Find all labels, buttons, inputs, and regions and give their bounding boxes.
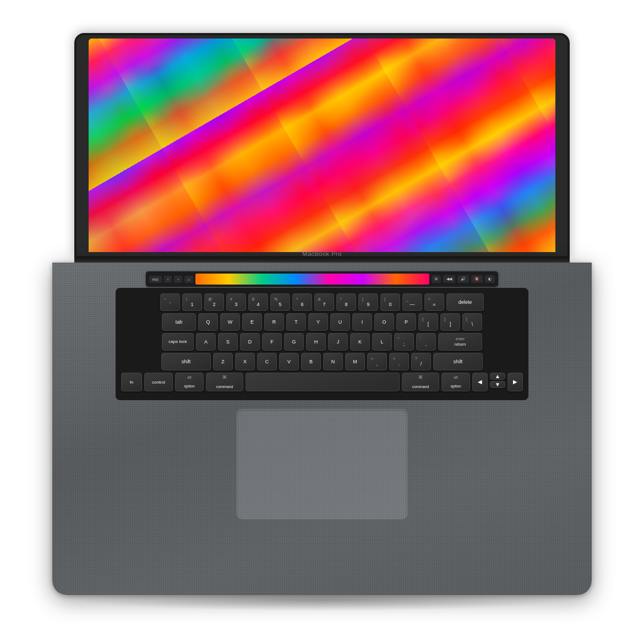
tb-back-key[interactable]: ‹	[164, 276, 172, 283]
key-d[interactable]: D	[240, 333, 260, 351]
trackpad[interactable]	[237, 409, 407, 519]
key-y[interactable]: Y	[308, 313, 328, 331]
key-b[interactable]: B	[301, 353, 321, 370]
key-v[interactable]: V	[279, 353, 299, 370]
keyboard: ~` !1 @2 #3 $4 %5 ^6 &7 *8 (9 )0 _— += d…	[116, 288, 528, 400]
key-i[interactable]: I	[352, 313, 372, 331]
key-j[interactable]: J	[328, 333, 348, 351]
tb-esc-key[interactable]: esc	[149, 276, 162, 283]
key-control[interactable]: control	[144, 373, 173, 391]
tb-mute-key[interactable]: 🔇	[471, 275, 483, 283]
key-4[interactable]: $4	[248, 293, 268, 311]
key-r[interactable]: R	[264, 313, 284, 331]
key-n[interactable]: N	[323, 353, 343, 370]
key-lbracket[interactable]: {[	[418, 313, 438, 331]
key-m[interactable]: M	[345, 353, 365, 370]
key-w[interactable]: W	[220, 313, 240, 331]
tb-brightness-key[interactable]: ◐	[485, 275, 495, 283]
screen-wallpaper	[89, 39, 555, 252]
key-e[interactable]: E	[242, 313, 262, 331]
keyboard-row-3: caps lock A S D F G H J K L "; ', enterr…	[122, 333, 522, 351]
key-l[interactable]: L	[372, 333, 392, 351]
key-arrow-up[interactable]: ▲	[490, 373, 505, 380]
key-1[interactable]: !1	[182, 293, 202, 311]
key-minus[interactable]: _—	[402, 293, 422, 311]
key-k[interactable]: K	[350, 333, 370, 351]
key-enter[interactable]: enterreturn	[438, 333, 482, 351]
key-fn[interactable]: fn	[121, 373, 142, 391]
key-8[interactable]: *8	[336, 293, 356, 311]
key-9[interactable]: (9	[358, 293, 378, 311]
key-option-left[interactable]: altoption	[175, 373, 204, 391]
key-u[interactable]: U	[330, 313, 350, 331]
tb-back-media-key[interactable]: ◀◀	[443, 275, 455, 283]
key-rbracket[interactable]: }]	[440, 313, 460, 331]
tb-volume-icon[interactable]: 🔊	[457, 275, 469, 283]
key-6[interactable]: ^6	[292, 293, 312, 311]
key-shift-right[interactable]: shift	[433, 353, 483, 370]
macbook-lid: MacBook Pro	[74, 33, 570, 258]
key-tab[interactable]: tab	[162, 313, 196, 331]
keyboard-row-4: shift Z X C V B N M <, >. ?/ shift	[122, 353, 522, 370]
body-content: esc ‹ › ⌕ ⧉ ◀◀ 🔊 🔇 ◐ ~` !1 @2 #3	[52, 263, 592, 519]
key-2[interactable]: @2	[204, 293, 224, 311]
key-backtick[interactable]: ~`	[160, 293, 180, 311]
key-command-right[interactable]: ⌘command	[402, 373, 439, 391]
key-0[interactable]: )0	[380, 293, 400, 311]
key-3[interactable]: #3	[226, 293, 246, 311]
key-arrow-down[interactable]: ▼	[490, 381, 505, 388]
tb-search-key[interactable]: ⌕	[184, 276, 193, 283]
key-equals[interactable]: +=	[424, 293, 444, 311]
tb-clipboard-key[interactable]: ⧉	[432, 275, 441, 283]
key-shift-left[interactable]: shift	[161, 353, 211, 370]
macbook-hinge	[74, 258, 570, 263]
key-x[interactable]: X	[235, 353, 255, 370]
key-slash[interactable]: ?/	[411, 353, 431, 370]
touch-bar: esc ‹ › ⌕ ⧉ ◀◀ 🔊 🔇 ◐	[146, 271, 498, 287]
key-backslash[interactable]: |\	[462, 313, 482, 331]
key-s[interactable]: S	[218, 333, 238, 351]
key-delete[interactable]: delete	[446, 293, 484, 311]
keyboard-row-2: tab Q W E R T Y U I O P {[ }] |\	[122, 313, 522, 331]
key-comma[interactable]: <,	[367, 353, 387, 370]
key-quote[interactable]: ',	[416, 333, 436, 351]
key-capslock[interactable]: caps lock	[162, 333, 194, 351]
key-f[interactable]: F	[262, 333, 282, 351]
key-command-left[interactable]: ⌘command	[206, 373, 243, 391]
macbook-screen	[89, 39, 555, 252]
keyboard-row-1: ~` !1 @2 #3 $4 %5 ^6 &7 *8 (9 )0 _— += d…	[122, 293, 522, 311]
keyboard-row-5: fn control altoption ⌘command ⌘command a…	[122, 373, 522, 391]
tb-app-switcher	[195, 274, 429, 285]
key-arrow-right[interactable]: ▶	[507, 373, 523, 391]
tb-forward-key[interactable]: ›	[174, 276, 182, 283]
key-z[interactable]: Z	[213, 353, 233, 370]
key-t[interactable]: T	[286, 313, 306, 331]
macbook-body: esc ‹ › ⌕ ⧉ ◀◀ 🔊 🔇 ◐ ~` !1 @2 #3	[52, 263, 592, 595]
key-arrow-left[interactable]: ◀	[472, 373, 488, 391]
key-a[interactable]: A	[196, 333, 216, 351]
key-q[interactable]: Q	[198, 313, 218, 331]
key-h[interactable]: H	[306, 333, 326, 351]
key-o[interactable]: O	[374, 313, 394, 331]
key-period[interactable]: >.	[389, 353, 409, 370]
key-space[interactable]	[245, 373, 400, 391]
key-7[interactable]: &7	[314, 293, 334, 311]
key-option-right[interactable]: altoption	[441, 373, 470, 391]
key-semicolon[interactable]: ";	[394, 333, 414, 351]
key-c[interactable]: C	[257, 353, 277, 370]
macbook-brand-label: MacBook Pro	[302, 250, 342, 257]
key-5[interactable]: %5	[270, 293, 290, 311]
key-g[interactable]: G	[284, 333, 304, 351]
key-p[interactable]: P	[396, 313, 416, 331]
macbook-laptop: MacBook Pro esc ‹ › ⌕ ⧉ ◀◀ 🔊 🔇 ◐	[52, 33, 592, 611]
